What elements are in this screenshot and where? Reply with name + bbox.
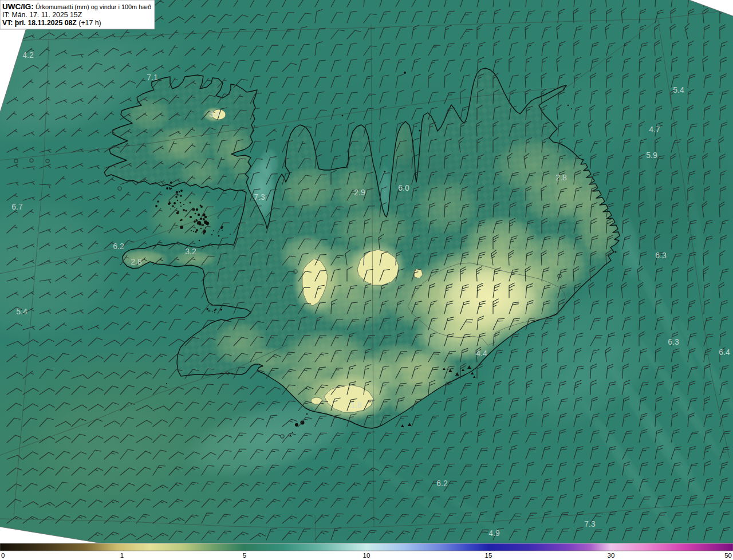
svg-text:4.7: 4.7 [649,125,660,134]
svg-text:7.1: 7.1 [147,73,158,82]
svg-text:4.9: 4.9 [488,529,500,538]
svg-text:7.3: 7.3 [254,192,265,202]
svg-text:2.9: 2.9 [354,188,365,197]
svg-text:Úrkomumætti (mm) og vindur i 1: Úrkomumætti (mm) og vindur i 100m hæð [36,3,151,11]
svg-text:4.2: 4.2 [22,50,34,60]
svg-text:2.8: 2.8 [131,257,142,266]
svg-text:2.8: 2.8 [555,173,567,182]
svg-text:6.3: 6.3 [655,251,667,260]
svg-text:30: 30 [608,552,615,559]
svg-text:6.7: 6.7 [11,202,23,211]
svg-text:6.3: 6.3 [668,337,679,346]
svg-text:3.4: 3.4 [209,109,220,119]
svg-text:6.2: 6.2 [436,479,448,488]
svg-text:4.4: 4.4 [476,349,487,358]
svg-text:UWC/IG:: UWC/IG: [2,2,34,11]
svg-text:50: 50 [724,552,732,559]
svg-text:5.9: 5.9 [646,151,657,160]
svg-text:10: 10 [363,552,371,559]
svg-text:7.3: 7.3 [584,519,596,529]
svg-text:0: 0 [1,552,5,559]
svg-text:1.8: 1.8 [350,400,362,409]
svg-text:VT: þri. 18.11.2025 08Z (+17 h: VT: þri. 18.11.2025 08Z (+17 h) [2,19,101,27]
svg-text:3.2: 3.2 [185,247,196,256]
svg-text:5.4: 5.4 [16,307,27,316]
svg-text:6.2: 6.2 [113,242,124,251]
svg-text:6.4: 6.4 [719,348,730,357]
svg-text:IT: Mán. 17. 11. 2025 15Z: IT: Mán. 17. 11. 2025 15Z [2,11,82,19]
svg-text:6.0: 6.0 [398,183,409,192]
svg-text:5.4: 5.4 [673,85,684,94]
svg-text:5: 5 [243,552,246,559]
svg-text:15: 15 [485,552,492,559]
svg-text:1: 1 [120,552,124,559]
